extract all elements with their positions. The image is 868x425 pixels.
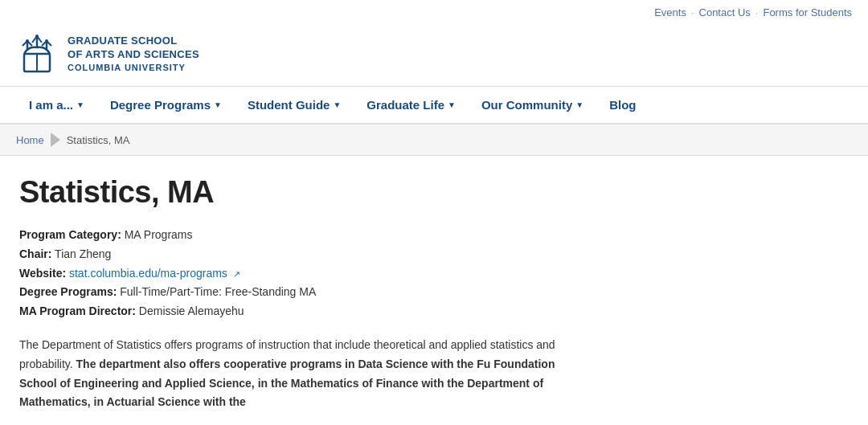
- separator-2: ·: [755, 6, 759, 18]
- chair-label: Chair:: [19, 247, 51, 260]
- page-title: Statistics, MA: [19, 175, 592, 210]
- logo-link[interactable]: GRADUATE SCHOOL OF ARTS AND SCIENCES COL…: [16, 30, 199, 78]
- main-navigation: I am a... ▼ Degree Programs ▼ Student Gu…: [0, 87, 868, 125]
- degree-programs-value: Full-Time/Part-Time: Free-Standing MA: [120, 285, 316, 298]
- chevron-down-icon: ▼: [214, 100, 222, 109]
- logo-line3: COLUMBIA UNIVERSITY: [68, 62, 199, 73]
- program-category-line: Program Category: MA Programs: [19, 226, 592, 245]
- logo-line1: GRADUATE SCHOOL: [68, 35, 199, 48]
- nav-label-i-am-a: I am a...: [29, 98, 73, 112]
- events-link[interactable]: Events: [654, 6, 686, 18]
- chevron-down-icon: ▼: [76, 100, 84, 109]
- nav-label-blog: Blog: [609, 98, 636, 112]
- chair-value: Tian Zheng: [55, 247, 111, 260]
- nav-label-student-guide: Student Guide: [248, 98, 330, 112]
- nav-item-student-guide[interactable]: Student Guide ▼: [235, 87, 354, 123]
- program-category-value: MA Programs: [125, 228, 193, 241]
- svg-point-4: [45, 39, 48, 43]
- website-line: Website: stat.columbia.edu/ma-programs ↗: [19, 264, 592, 284]
- nav-item-i-am-a[interactable]: I am a... ▼: [16, 87, 97, 123]
- external-link-icon: ↗: [233, 267, 240, 282]
- program-info-block: Program Category: MA Programs Chair: Tia…: [19, 226, 592, 321]
- breadcrumb-separator: [51, 133, 60, 147]
- svg-point-2: [26, 39, 29, 43]
- website-link[interactable]: stat.columbia.edu/ma-programs: [69, 267, 227, 280]
- program-category-label: Program Category:: [19, 228, 121, 241]
- breadcrumb: Home Statistics, MA: [0, 125, 868, 156]
- separator-1: ·: [691, 6, 694, 18]
- breadcrumb-current: Statistics, MA: [67, 134, 130, 146]
- contact-us-link[interactable]: Contact Us: [699, 6, 751, 18]
- breadcrumb-home[interactable]: Home: [16, 134, 44, 146]
- main-content: Statistics, MA Program Category: MA Prog…: [0, 156, 611, 425]
- program-description: The Department of Statistics offers prog…: [19, 336, 592, 412]
- site-header: GRADUATE SCHOOL OF ARTS AND SCIENCES COL…: [0, 25, 868, 87]
- degree-programs-label: Degree Programs:: [19, 285, 117, 298]
- chair-line: Chair: Tian Zheng: [19, 245, 592, 264]
- website-label: Website:: [19, 267, 66, 280]
- ma-director-value: Demissie Alemayehu: [139, 304, 244, 317]
- nav-label-degree-programs: Degree Programs: [110, 98, 211, 112]
- bold-description: The department also offers cooperative p…: [19, 358, 555, 409]
- top-utility-bar: Events · Contact Us · Forms for Students: [0, 0, 868, 25]
- nav-label-graduate-life: Graduate Life: [366, 98, 444, 112]
- nav-item-graduate-life[interactable]: Graduate Life ▼: [354, 87, 469, 123]
- nav-item-blog[interactable]: Blog: [596, 87, 649, 123]
- nav-item-degree-programs[interactable]: Degree Programs ▼: [97, 87, 235, 123]
- ma-director-label: MA Program Director:: [19, 304, 136, 317]
- chevron-down-icon: ▼: [333, 100, 341, 109]
- logo-text: GRADUATE SCHOOL OF ARTS AND SCIENCES COL…: [68, 35, 199, 73]
- chevron-down-icon: ▼: [575, 100, 583, 109]
- nav-label-our-community: Our Community: [481, 98, 572, 112]
- chevron-down-icon: ▼: [448, 100, 456, 109]
- forms-link[interactable]: Forms for Students: [763, 6, 852, 18]
- nav-item-our-community[interactable]: Our Community ▼: [469, 87, 596, 123]
- ma-director-line: MA Program Director: Demissie Alemayehu: [19, 302, 592, 321]
- columbia-logo-icon: [16, 30, 58, 78]
- degree-programs-line: Degree Programs: Full-Time/Part-Time: Fr…: [19, 283, 592, 302]
- svg-point-3: [35, 35, 39, 38]
- logo-line2: OF ARTS AND SCIENCES: [68, 48, 199, 62]
